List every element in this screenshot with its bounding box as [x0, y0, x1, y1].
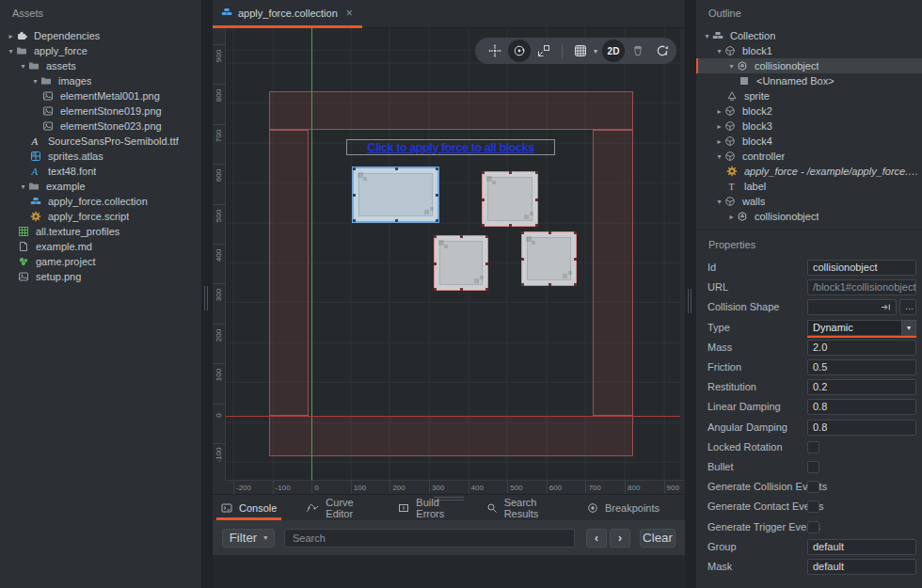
outline-item-unnamed-box[interactable]: <Unnamed Box>	[696, 73, 922, 88]
asset-item-apply-force-collection[interactable]: apply_force.collection	[0, 194, 201, 209]
asset-item-elementmetal001-png[interactable]: elementMetal001.png	[0, 88, 201, 103]
asset-item-assets[interactable]: ▾assets	[0, 58, 201, 73]
shape-handle[interactable]	[436, 194, 438, 197]
asset-item-apply-force-script[interactable]: apply_force.script	[0, 209, 201, 224]
shape-handle[interactable]	[395, 219, 398, 222]
shape-handle[interactable]	[535, 224, 538, 227]
shape-handle[interactable]	[434, 235, 437, 238]
outline-item-collisionobject[interactable]: ▾collisionobject	[696, 58, 922, 73]
collapse-arrow-icon[interactable]: ▾	[726, 62, 737, 71]
shape-handle[interactable]	[482, 171, 485, 174]
text-field[interactable]: 0.8	[807, 420, 916, 436]
expand-arrow-icon[interactable]: ▸	[6, 32, 16, 40]
shape-handle[interactable]	[535, 171, 538, 174]
console-tab-breakpoints[interactable]: Breakpoints	[583, 495, 663, 520]
checkbox-unchecked[interactable]	[807, 441, 819, 453]
collapse-arrow-icon[interactable]: ▾	[714, 152, 724, 161]
console-search-input[interactable]	[284, 529, 575, 548]
caret-down-icon[interactable]: ▾	[901, 320, 916, 336]
shape-handle[interactable]	[548, 283, 551, 286]
shape-handle[interactable]	[535, 199, 538, 201]
next-match-button[interactable]: ›	[610, 529, 630, 548]
scene-canvas[interactable]: Click to apply force to all blocks▾2D	[226, 28, 680, 480]
outline-item-block4[interactable]: ▸block4	[696, 134, 922, 149]
shape-handle[interactable]	[460, 288, 463, 291]
console-tab-curve-editor[interactable]: Curve Editor	[302, 495, 373, 520]
asset-item-all-texture-profiles[interactable]: all.texture_profiles	[0, 224, 201, 239]
collapse-arrow-icon[interactable]: ▾	[714, 198, 724, 206]
outline-item-apply-force-example-apply-force-script[interactable]: apply_force - /example/apply_force.scrip…	[696, 164, 922, 179]
type-dropdown[interactable]: Dynamic▾	[807, 320, 916, 338]
perspective-toggle-button[interactable]	[626, 39, 650, 63]
text-field[interactable]: 0.8	[807, 399, 916, 415]
text-field[interactable]: 0.5	[807, 359, 916, 375]
text-field[interactable]: 2.0	[807, 340, 916, 356]
browse-button[interactable]: ...	[899, 299, 916, 315]
collapse-arrow-icon[interactable]: ▾	[30, 77, 40, 86]
block3[interactable]	[434, 235, 488, 291]
text-field[interactable]: default	[807, 559, 916, 575]
shape-handle[interactable]	[353, 219, 356, 222]
asset-item-elementstone023-png[interactable]: elementStone023.png	[0, 119, 201, 134]
collapse-arrow-icon[interactable]: ▾	[18, 183, 28, 191]
splitter-grip[interactable]	[204, 286, 210, 310]
tab-close-icon[interactable]: ×	[346, 7, 353, 20]
shape-handle[interactable]	[521, 283, 524, 286]
shape-handle[interactable]	[434, 288, 437, 291]
block2[interactable]	[482, 171, 538, 227]
resource-field[interactable]	[807, 299, 897, 315]
block4[interactable]	[521, 231, 577, 286]
collapse-arrow-icon[interactable]: ▾	[702, 32, 712, 40]
outline-item-sprite[interactable]: sprite	[696, 88, 922, 103]
console-tab-search-results[interactable]: Search Results	[483, 495, 562, 520]
collapse-arrow-icon[interactable]: ▾	[714, 47, 724, 56]
outline-item-block2[interactable]: ▸block2	[696, 103, 922, 119]
outline-item-block3[interactable]: ▸block3	[696, 119, 922, 134]
asset-item-images[interactable]: ▾images	[0, 73, 201, 88]
asset-item-example-md[interactable]: example.md	[0, 239, 201, 254]
readonly-field[interactable]: /block1#collisionobject	[807, 279, 916, 295]
shape-handle[interactable]	[574, 231, 577, 234]
console-tab-console[interactable]: Console	[217, 495, 280, 520]
asset-item-apply-force[interactable]: ▾apply_force	[0, 43, 201, 58]
asset-item-sprites-atlas[interactable]: sprites.atlas	[0, 149, 201, 164]
checkbox-unchecked[interactable]	[807, 501, 819, 513]
shape-handle[interactable]	[460, 235, 463, 238]
asset-item-example[interactable]: ▾example	[0, 179, 201, 194]
shape-handle[interactable]	[436, 167, 438, 170]
shape-handle[interactable]	[509, 171, 512, 174]
grid-settings-button[interactable]	[568, 39, 593, 63]
block1-selected[interactable]	[352, 167, 439, 223]
shape-handle[interactable]	[395, 167, 398, 170]
camera-orbit-button[interactable]	[650, 39, 675, 63]
left-splitter[interactable]	[201, 0, 213, 588]
expand-arrow-icon[interactable]: ▸	[714, 122, 724, 131]
tab-apply-force-collection[interactable]: apply_force.collection ×	[213, 0, 362, 28]
text-field[interactable]: collisionobject	[807, 260, 916, 276]
text-field[interactable]: 0.2	[807, 379, 916, 395]
asset-item-game-project[interactable]: game.project	[0, 254, 201, 269]
shape-handle[interactable]	[485, 235, 488, 238]
shape-handle[interactable]	[574, 258, 577, 261]
shape-handle[interactable]	[485, 262, 488, 265]
expand-arrow-icon[interactable]: ▸	[726, 213, 737, 221]
shape-handle[interactable]	[548, 231, 551, 234]
rotate-tool-button[interactable]	[507, 39, 532, 63]
expand-arrow-icon[interactable]: ▸	[714, 107, 724, 116]
shape-handle[interactable]	[509, 224, 512, 227]
asset-item-text48-font[interactable]: Atext48.font	[0, 164, 201, 179]
outline-item-controller[interactable]: ▾controller	[696, 149, 922, 164]
outline-item-collection[interactable]: ▾Collection	[696, 28, 922, 43]
shape-handle[interactable]	[482, 224, 485, 227]
shape-handle[interactable]	[353, 194, 356, 197]
outline-item-block1[interactable]: ▾block1	[696, 43, 922, 58]
asset-item-setup-png[interactable]: setup.png	[0, 269, 201, 284]
text-field[interactable]: default	[807, 539, 916, 555]
shape-handle[interactable]	[521, 231, 524, 234]
2d-mode-toggle[interactable]: 2D	[601, 39, 626, 63]
checkbox-unchecked[interactable]	[807, 461, 819, 473]
shape-handle[interactable]	[353, 167, 356, 170]
filter-button[interactable]: Filter ▾	[222, 529, 275, 548]
wall-collision-shape[interactable]	[593, 130, 633, 416]
shape-handle[interactable]	[574, 283, 577, 286]
